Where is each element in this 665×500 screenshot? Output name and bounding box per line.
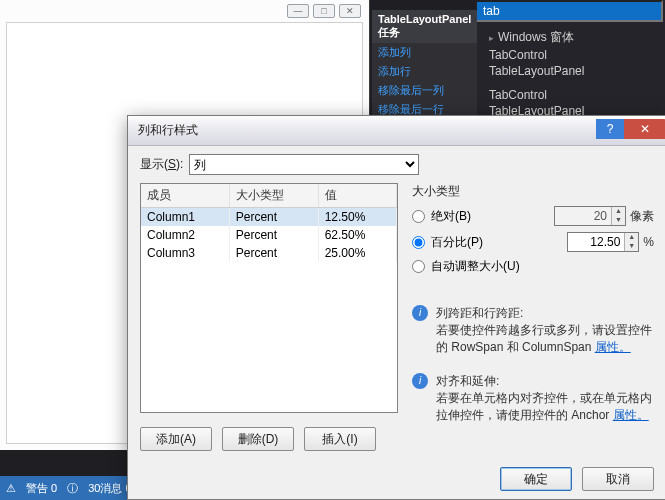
toolbox-item[interactable]: TableLayoutPanel (487, 63, 665, 79)
warning-icon: ⚠ (6, 482, 16, 495)
insert-button[interactable]: 插入(I) (304, 427, 376, 451)
toolbox-search-input[interactable] (475, 0, 663, 22)
size-type-heading: 大小类型 (412, 183, 654, 200)
smart-tag-link[interactable]: 添加列 (372, 43, 477, 62)
percent-unit: % (643, 235, 654, 249)
spinner-up-icon[interactable]: ▲ (625, 233, 638, 242)
show-select[interactable]: 列 (189, 154, 419, 175)
toolbox-group[interactable]: ▸Windows 窗体 (487, 28, 665, 47)
column-row-styles-dialog: 列和行样式 ? ✕ 显示(S): 列 成员 大小类型 (127, 115, 665, 500)
grid-header-value[interactable]: 值 (318, 184, 396, 208)
grid-header-type[interactable]: 大小类型 (229, 184, 318, 208)
table-row[interactable]: Column3 Percent 25.00% (141, 244, 397, 262)
add-button[interactable]: 添加(A) (140, 427, 212, 451)
close-icon[interactable]: ✕ (339, 4, 361, 18)
radio-percent-label[interactable]: 百分比(P) (431, 234, 483, 251)
info-align-link[interactable]: 属性。 (613, 408, 649, 422)
toolbox-item[interactable]: TabControl (487, 87, 665, 103)
grid-header-member[interactable]: 成员 (141, 184, 229, 208)
radio-percent-row: 百分比(P) ▲▼ % (412, 232, 654, 252)
radio-percent[interactable] (412, 236, 425, 249)
info-align: i 对齐和延伸: 若要在单元格内对齐控件，或在单元格内拉伸控件，请使用控件的 A… (412, 373, 654, 423)
dialog-title: 列和行样式 (138, 122, 198, 139)
info-span-link[interactable]: 属性。 (595, 340, 631, 354)
spinner-down-icon: ▼ (612, 216, 625, 225)
show-label: 显示(S): (140, 156, 183, 173)
radio-absolute-label[interactable]: 绝对(B) (431, 208, 471, 225)
table-row[interactable]: Column2 Percent 62.50% (141, 226, 397, 244)
info-icon: i (412, 305, 428, 321)
warning-count[interactable]: 警告 0 (26, 481, 57, 496)
percent-input[interactable] (568, 233, 624, 251)
absolute-unit: 像素 (630, 208, 654, 225)
help-button[interactable]: ? (596, 119, 624, 139)
smart-tag-link[interactable]: 移除最后一列 (372, 81, 477, 100)
close-button[interactable]: ✕ (624, 119, 665, 139)
radio-absolute[interactable] (412, 210, 425, 223)
percent-spinner[interactable]: ▲▼ (567, 232, 639, 252)
minimize-icon[interactable]: — (287, 4, 309, 18)
maximize-icon[interactable]: □ (313, 4, 335, 18)
info-icon: i (412, 373, 428, 389)
smart-tag-link[interactable]: 添加行 (372, 62, 477, 81)
spinner-up-icon: ▲ (612, 207, 625, 216)
radio-autosize-label[interactable]: 自动调整大小(U) (431, 258, 520, 275)
info-span: i 列跨距和行跨距: 若要使控件跨越多行或多列，请设置控件的 RowSpan 和… (412, 305, 654, 355)
message-count[interactable]: 30消息 0 (88, 481, 131, 496)
radio-autosize[interactable] (412, 260, 425, 273)
spinner-down-icon[interactable]: ▼ (625, 242, 638, 251)
absolute-input (555, 207, 611, 225)
delete-button[interactable]: 删除(D) (222, 427, 294, 451)
table-row[interactable]: Column1 Percent 12.50% (141, 208, 397, 227)
info-align-title: 对齐和延伸: (436, 373, 654, 390)
smart-tag-title: TableLayoutPanel 任务 (372, 10, 477, 43)
cancel-button[interactable]: 取消 (582, 467, 654, 491)
window-control-icons: — □ ✕ (287, 4, 361, 18)
ok-button[interactable]: 确定 (500, 467, 572, 491)
dialog-titlebar[interactable]: 列和行样式 ? ✕ (128, 116, 665, 146)
toolbox-item[interactable]: TabControl (487, 47, 665, 63)
radio-absolute-row: 绝对(B) ▲▼ 像素 (412, 206, 654, 226)
info-span-title: 列跨距和行跨距: (436, 305, 654, 322)
radio-auto-row: 自动调整大小(U) (412, 258, 654, 275)
absolute-spinner: ▲▼ (554, 206, 626, 226)
columns-grid[interactable]: 成员 大小类型 值 Column1 Percent 12.50% (140, 183, 398, 413)
info-icon: ⓘ (67, 481, 78, 496)
